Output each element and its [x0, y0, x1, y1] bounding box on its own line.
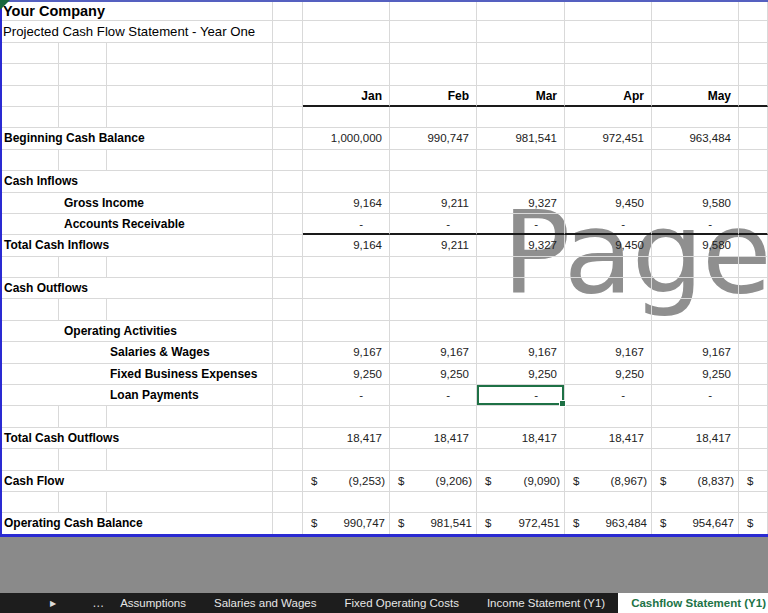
cell[interactable] — [0, 64, 59, 85]
cell[interactable] — [739, 0, 768, 21]
row-label-cell[interactable]: Accounts Receivable — [0, 214, 273, 235]
value-cell[interactable]: 9,327 — [477, 235, 565, 256]
cell[interactable] — [652, 150, 739, 171]
report-title-cell[interactable]: Projected Cash Flow Statement - Year One — [0, 21, 273, 42]
cell[interactable] — [477, 43, 565, 64]
cell[interactable] — [565, 299, 652, 320]
cell[interactable] — [59, 86, 107, 107]
cell[interactable] — [652, 43, 739, 64]
value-cell[interactable]: $963,484 — [565, 513, 652, 534]
column-header-may[interactable]: May — [652, 86, 739, 107]
value-cell[interactable]: 18,417 — [390, 428, 477, 449]
cell[interactable] — [477, 171, 565, 192]
column-header-mar[interactable]: Mar — [477, 86, 565, 107]
cell[interactable] — [739, 86, 768, 107]
value-cell[interactable]: 9,164 — [303, 235, 390, 256]
cell[interactable] — [390, 107, 477, 128]
cell[interactable] — [59, 64, 107, 85]
cell[interactable] — [477, 107, 565, 128]
value-cell[interactable]: - — [652, 385, 739, 406]
cell[interactable] — [739, 21, 768, 42]
cell[interactable] — [107, 86, 273, 107]
value-cell[interactable]: 9,250 — [390, 364, 477, 385]
cell[interactable] — [739, 449, 768, 470]
cell[interactable] — [107, 43, 273, 64]
cell[interactable] — [273, 214, 303, 235]
cell[interactable] — [273, 449, 303, 470]
row-label-cell[interactable]: Fixed Business Expenses — [0, 364, 273, 385]
row-label-cell[interactable]: Salaries & Wages — [0, 342, 273, 363]
value-cell[interactable]: 18,417 — [303, 428, 390, 449]
cell[interactable] — [303, 21, 390, 42]
cell[interactable] — [59, 449, 107, 470]
value-cell[interactable]: $(9,090) — [477, 471, 565, 492]
cell[interactable] — [739, 492, 768, 513]
cell[interactable] — [107, 107, 273, 128]
row-label-cell[interactable]: Beginning Cash Balance — [0, 128, 273, 149]
cell[interactable] — [303, 43, 390, 64]
company-title-cell[interactable]: Your Company — [0, 0, 273, 21]
cell[interactable] — [477, 21, 565, 42]
value-cell[interactable]: 1,000,000 — [303, 128, 390, 149]
cell[interactable] — [477, 449, 565, 470]
cell[interactable] — [273, 342, 303, 363]
cell[interactable] — [303, 171, 390, 192]
cell[interactable] — [565, 21, 652, 42]
cell[interactable] — [739, 43, 768, 64]
cell[interactable] — [273, 406, 303, 427]
value-cell[interactable]: - — [390, 385, 477, 406]
value-cell[interactable]: $990,747 — [303, 513, 390, 534]
cell[interactable] — [0, 406, 59, 427]
tab-salaries-and-wages[interactable]: Salaries and Wages — [201, 593, 330, 613]
value-cell[interactable]: 9,167 — [390, 342, 477, 363]
tab-cashflow-statement-y1-active[interactable]: Cashflow Statement (Y1) — [618, 593, 768, 613]
cell[interactable] — [477, 299, 565, 320]
cell[interactable] — [739, 257, 768, 278]
value-cell[interactable]: 963,484 — [652, 128, 739, 149]
selected-cell[interactable]: - — [477, 385, 565, 406]
cell[interactable] — [565, 278, 652, 299]
cell[interactable] — [107, 492, 273, 513]
cell[interactable] — [0, 86, 59, 107]
value-cell[interactable]: $(8,967) — [565, 471, 652, 492]
cell[interactable] — [303, 449, 390, 470]
cell[interactable] — [477, 278, 565, 299]
value-cell[interactable]: 9,327 — [477, 193, 565, 214]
value-cell[interactable]: $981,541 — [390, 513, 477, 534]
cell[interactable] — [739, 321, 768, 342]
cell[interactable] — [303, 150, 390, 171]
value-cell[interactable]: 9,580 — [652, 235, 739, 256]
row-label-cell[interactable]: Total Cash Outflows — [0, 428, 273, 449]
cell[interactable] — [390, 449, 477, 470]
value-cell[interactable]: - — [565, 385, 652, 406]
cell[interactable] — [739, 171, 768, 192]
cell[interactable] — [0, 150, 59, 171]
value-cell[interactable]: $972,451 — [477, 513, 565, 534]
value-cell[interactable]: 972,451 — [565, 128, 652, 149]
cell[interactable] — [739, 235, 768, 256]
cell[interactable] — [273, 21, 303, 42]
cell[interactable] — [390, 278, 477, 299]
cell[interactable] — [303, 321, 390, 342]
value-cell[interactable]: 18,417 — [477, 428, 565, 449]
cell[interactable] — [565, 64, 652, 85]
value-cell[interactable]: 981,541 — [477, 128, 565, 149]
cell[interactable] — [273, 235, 303, 256]
value-cell[interactable]: - — [303, 214, 390, 235]
cell[interactable] — [303, 278, 390, 299]
value-cell[interactable]: 9,450 — [565, 193, 652, 214]
cell[interactable] — [739, 107, 768, 128]
cell[interactable] — [59, 150, 107, 171]
cell[interactable] — [390, 0, 477, 21]
cell[interactable] — [477, 64, 565, 85]
value-cell[interactable]: 18,417 — [652, 428, 739, 449]
cell[interactable] — [107, 64, 273, 85]
cell[interactable] — [273, 150, 303, 171]
cell[interactable] — [303, 257, 390, 278]
value-cell[interactable]: 18,417 — [565, 428, 652, 449]
cell[interactable] — [107, 449, 273, 470]
row-label-cell[interactable]: Loan Payments — [0, 385, 273, 406]
cell[interactable] — [652, 406, 739, 427]
cell[interactable] — [273, 428, 303, 449]
row-label-cell[interactable]: Cash Inflows — [0, 171, 273, 192]
